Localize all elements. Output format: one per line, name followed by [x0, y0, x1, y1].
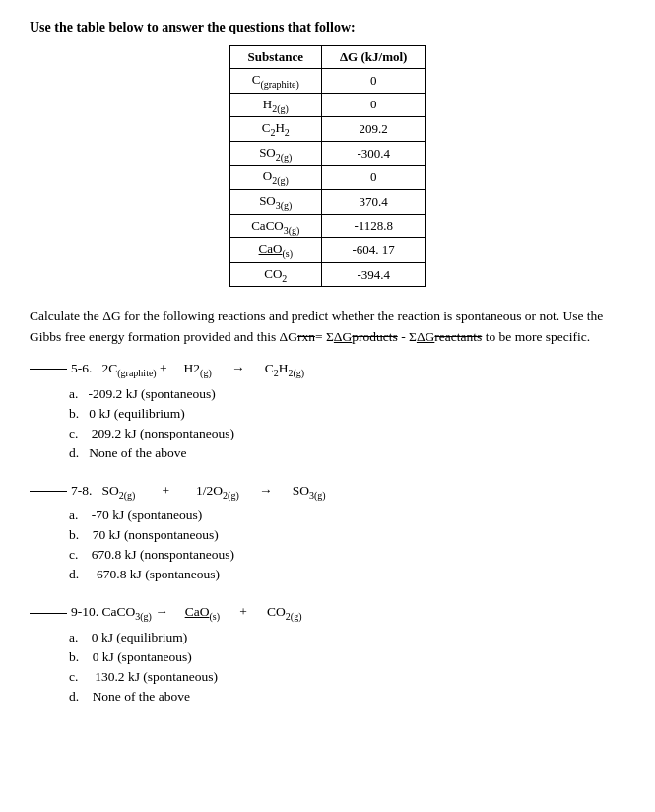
q1-option-a: a. -209.2 kJ (spontaneous) — [69, 386, 625, 402]
question-block-2: 7-8. SO2(g) + 1/2O2(g) → SO3(g) a. -70 k… — [30, 483, 625, 583]
blank-1 — [30, 369, 67, 370]
question-block-3: 9-10. CaCO3(g) → CaO(s) + CO2(g) a. 0 kJ… — [30, 604, 625, 705]
q1-option-c: c. 209.2 kJ (nonspontaneous) — [69, 426, 625, 441]
q3-options: a. 0 kJ (equilibrium) b. 0 kJ (spontaneo… — [69, 630, 625, 705]
q1-options: a. -209.2 kJ (spontaneous) b. 0 kJ (equi… — [69, 386, 625, 461]
q3-option-a: a. 0 kJ (equilibrium) — [69, 630, 625, 645]
q1-reaction: 5-6. 2C(graphite) + H2(g) → C2H2(g) — [71, 361, 304, 378]
q1-option-d: d. None of the above — [69, 445, 625, 461]
q2-option-c: c. 670.8 kJ (nonspontaneous) — [69, 547, 625, 563]
question-line-2: 7-8. SO2(g) + 1/2O2(g) → SO3(g) — [30, 483, 625, 501]
q2-option-b: b. 70 kJ (nonspontaneous) — [69, 527, 625, 543]
blank-3 — [30, 613, 67, 614]
substance-table: Substance ΔG (kJ/mol) C(graphite)0H2(g)0… — [229, 45, 426, 287]
col-dg: ΔG (kJ/mol) — [321, 46, 425, 69]
question-line-3: 9-10. CaCO3(g) → CaO(s) + CO2(g) — [30, 604, 625, 622]
q2-options: a. -70 kJ (spontaneous) b. 70 kJ (nonspo… — [69, 508, 625, 582]
q1-option-b: b. 0 kJ (equilibrium) — [69, 406, 625, 422]
q3-option-b: b. 0 kJ (spontaneous) — [69, 649, 625, 665]
blank-2 — [30, 491, 67, 492]
intro-text: Use the table below to answer the questi… — [30, 20, 625, 35]
section-intro: Calculate the ΔG for the following react… — [30, 306, 625, 347]
q2-option-a: a. -70 kJ (spontaneous) — [69, 508, 625, 523]
q3-option-d: d. None of the above — [69, 689, 625, 705]
col-substance: Substance — [229, 46, 321, 69]
q2-reaction: 7-8. SO2(g) + 1/2O2(g) → SO3(g) — [71, 483, 326, 501]
q3-option-c: c. 130.2 kJ (spontaneous) — [69, 669, 625, 685]
question-block-1: 5-6. 2C(graphite) + H2(g) → C2H2(g) a. -… — [30, 361, 625, 461]
question-line-1: 5-6. 2C(graphite) + H2(g) → C2H2(g) — [30, 361, 625, 378]
q2-option-d: d. -670.8 kJ (spontaneous) — [69, 567, 625, 582]
q3-reaction: 9-10. CaCO3(g) → CaO(s) + CO2(g) — [71, 604, 302, 622]
